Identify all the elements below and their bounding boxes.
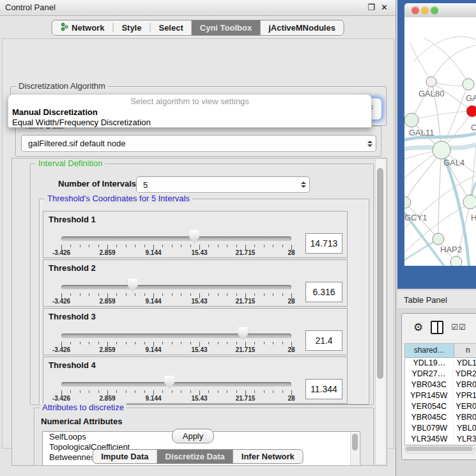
threshold-value-field[interactable]: 14.713 [305,233,342,254]
slider-track[interactable] [61,236,291,241]
tick-mark [172,245,173,247]
slider-track[interactable] [61,285,291,289]
cell-shared-name[interactable]: YLR345W [405,434,454,445]
number-of-intervals-combobox[interactable]: 5 [136,176,310,193]
network-edge[interactable] [410,42,431,82]
threshold-slider[interactable]: -3.4262.8599.14415.4321.71528 [61,309,291,355]
network-edge[interactable] [411,111,472,120]
table-row[interactable]: YPR145WYPR1 [405,390,476,401]
table-row[interactable]: YBL079WYBL0 [405,423,476,434]
cell-shared-name[interactable]: YBL079W [405,423,454,434]
threshold-slider[interactable]: -3.4262.8599.14415.4321.71528 [61,211,291,257]
network-node[interactable] [404,197,411,208]
tick-mark [181,390,181,393]
float-window-icon[interactable]: ❐ [367,3,375,12]
cell-shared-name[interactable]: YBR045C [405,412,453,423]
table-row[interactable]: YDR27…YDR2 [405,369,476,380]
table-row[interactable]: YBR043CYBR0 [405,380,476,390]
threshold-value-field[interactable]: 11.344 [305,379,342,399]
cell-name[interactable]: YLR3 [454,434,476,445]
network-edge[interactable] [413,36,476,62]
list-scrollbar[interactable] [350,433,359,466]
network-node[interactable] [466,105,476,117]
network-canvas[interactable]: GAL80GACGAL11GAL4GCY1HHAP2 [404,17,476,266]
network-node[interactable] [463,195,476,209]
split-columns-icon[interactable] [431,321,443,334]
tick-mark [70,342,71,344]
threshold-slider[interactable]: -3.4262.8599.14415.4321.71528 [61,260,291,306]
cell-shared-name[interactable]: YER054C [405,401,453,412]
close-traffic-light-icon[interactable] [411,6,419,14]
tick-mark [254,390,255,393]
table-row[interactable]: YER054CYER0 [405,401,476,412]
threshold-slider[interactable]: -3.4262.8599.14415.4321.71528 [61,357,291,403]
slider-thumb[interactable] [189,230,199,243]
zoom-traffic-light-icon[interactable] [431,6,438,14]
slider-track[interactable] [61,334,291,338]
network-edge[interactable] [405,150,441,203]
tab-cyni-toolbox[interactable]: Cyni Toolbox [192,20,260,35]
table-row[interactable]: YLR345WYLR3 [405,434,476,445]
cell-name[interactable]: YPR1 [453,390,476,401]
cell-shared-name[interactable]: YBR043C [405,380,453,390]
tab-network[interactable]: Network [52,20,112,35]
dropdown-option-equal-width[interactable]: Equal Width/Frequency Discretization [8,118,371,128]
select-columns-icon[interactable]: ☑☑ [451,323,466,332]
cell-name[interactable]: YBL0 [454,423,476,434]
dropdown-option-manual[interactable]: Manual Discretization [8,107,371,118]
network-node[interactable] [433,141,450,159]
tab-select[interactable]: Select [150,20,191,35]
table-data-combobox[interactable]: galFiltered.sif default node [21,135,376,152]
network-edge[interactable] [438,150,441,239]
tab-impute-data[interactable]: Impute Data [93,450,157,463]
cell-shared-name[interactable]: YPR145W [405,390,453,401]
tick-mark [135,390,135,393]
cell-name[interactable]: YBR0 [453,380,476,390]
tick-mark [162,390,163,393]
network-node[interactable] [433,233,444,245]
table-row[interactable]: YDL19…YDL1 [405,358,476,369]
network-node[interactable] [450,256,462,266]
threshold-value-field[interactable]: 21.4 [305,330,342,351]
column-header-shared-name[interactable]: shared… [405,344,454,357]
node-attribute-table[interactable]: shared… n YDL19…YDL1YDR27…YDR2YBR043CYBR… [404,343,476,445]
network-node-label: GA [466,93,476,103]
pane-scrollbar[interactable] [375,159,385,464]
tick-mark [144,390,145,393]
cell-shared-name[interactable]: YDR27… [405,369,453,380]
gear-icon[interactable]: ⚙ [413,322,423,333]
table-row[interactable]: YBR045CYBR0 [405,412,476,423]
network-node[interactable] [404,113,418,127]
network-edge[interactable] [441,84,468,150]
cell-shared-name[interactable]: YDL19… [405,358,454,369]
tick-mark [218,342,219,344]
slider-thumb[interactable] [164,376,174,389]
threshold-value-field[interactable]: 6.316 [305,282,342,302]
tick-mark [282,293,283,296]
axis-label: 2.859 [99,346,115,353]
table-horizontal-scrollbar[interactable] [404,445,475,454]
minimize-traffic-light-icon[interactable] [421,6,429,14]
network-node[interactable] [463,79,474,90]
apply-button[interactable]: Apply [172,429,214,443]
tab-style[interactable]: Style [113,20,150,35]
slider-track[interactable] [61,382,291,387]
cell-name[interactable]: YDR2 [453,369,476,380]
close-window-icon[interactable]: ✕ [381,3,388,12]
algorithm-dropdown-popup: Select algorithm to view settings Manual… [8,94,372,128]
tick-mark [282,245,283,247]
slider-thumb[interactable] [238,327,248,341]
slider-thumb[interactable] [128,279,138,292]
column-header-name[interactable]: n [454,344,476,357]
tick-mark [227,245,227,247]
network-node[interactable] [426,77,436,87]
cell-name[interactable]: YER0 [453,401,476,412]
tab-jactivemnodules[interactable]: jActiveMNodules [260,20,344,35]
cell-name[interactable]: YDL1 [454,358,476,369]
network-node-label: GAL80 [418,89,444,98]
cell-name[interactable]: YBR0 [453,412,476,423]
tab-discretize-data[interactable]: Discretize Data [157,450,233,463]
screen: Control Panel ❐ ✕ NetworkStyleSelectCyni… [0,0,476,476]
tab-infer-network[interactable]: Infer Network [233,450,303,463]
network-edge[interactable] [431,45,476,82]
